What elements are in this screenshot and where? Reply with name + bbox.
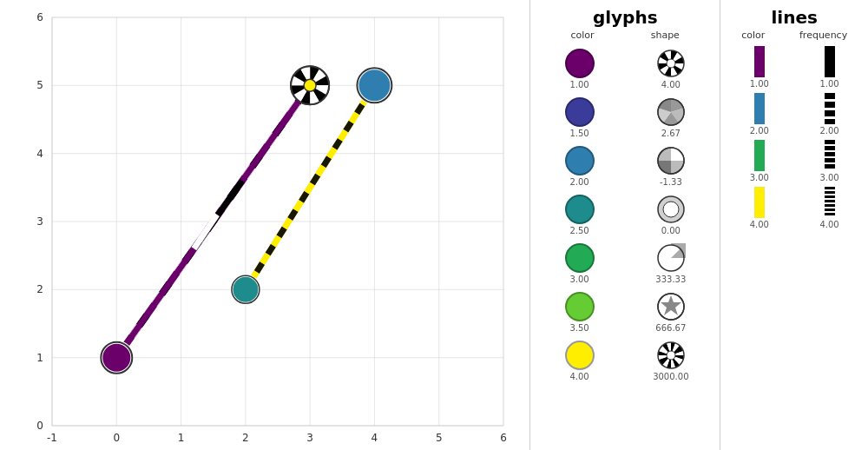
glyph-shape-6: 666.67 (636, 292, 706, 333)
glyph-shape-1: 4.00 (636, 49, 706, 89)
line-freq-val-3: 3.00 (819, 173, 838, 182)
line-freq-bar-2 (824, 93, 836, 124)
glyph-shape-7: 3000.00 (636, 341, 706, 381)
glyph-color-4: 2.50 (545, 195, 615, 235)
svg-point-66 (667, 351, 675, 360)
svg-rect-87 (825, 213, 835, 215)
shape-svg-2 (656, 97, 686, 127)
svg-text:0: 0 (113, 432, 120, 444)
svg-text:3: 3 (36, 215, 43, 228)
glyph-legend-subtitle: color shape (534, 30, 716, 41)
svg-rect-86 (825, 208, 835, 211)
shape-svg-4 (656, 195, 686, 224)
svg-text:0: 0 (36, 420, 43, 432)
line-freq-bar-1 (824, 46, 836, 77)
line-row-1: 1.00 1.00 (724, 44, 865, 89)
line-val-4: 4.00 (750, 220, 769, 229)
glyph-shape-3: -1.33 (636, 146, 706, 187)
shape-svg-7 (656, 341, 686, 370)
line-freq-val-4: 4.00 (819, 220, 838, 229)
glyph-color-val-3: 2.00 (569, 177, 589, 187)
line-color-4: 4.00 (729, 187, 790, 229)
svg-text:2: 2 (242, 432, 249, 444)
shape-svg-1 (656, 49, 686, 78)
svg-point-54 (667, 59, 675, 68)
line-color-header: color (741, 30, 765, 41)
svg-rect-68 (825, 46, 835, 77)
svg-text:1: 1 (36, 352, 43, 364)
line-freq-header: frequency (799, 30, 847, 41)
line-legend-subtitle: color frequency (724, 30, 865, 41)
svg-rect-70 (825, 93, 835, 99)
svg-text:6: 6 (36, 11, 43, 23)
color-swatch-3 (565, 146, 595, 175)
color-swatch-4 (565, 195, 595, 224)
svg-rect-82 (825, 191, 835, 194)
svg-rect-76 (825, 146, 835, 150)
line-freq-2: 2.00 (799, 93, 860, 136)
shape-svg-3 (656, 146, 686, 175)
svg-text:-1: -1 (47, 432, 57, 444)
svg-rect-74 (754, 140, 765, 171)
svg-rect-79 (825, 164, 835, 169)
glyph-row-1: 1.00 (534, 46, 716, 91)
svg-rect-77 (825, 152, 835, 156)
svg-text:5: 5 (436, 432, 443, 444)
line-color-2: 2.00 (729, 93, 790, 136)
color-swatch-7 (565, 341, 595, 370)
svg-rect-83 (825, 195, 835, 198)
glyph-row-3: 2.00 -1.33 (534, 143, 716, 189)
line-color-bar-3 (754, 140, 765, 171)
line-color-1: 1.00 (729, 46, 790, 89)
glyph-color-6: 3.50 (545, 292, 615, 333)
line-val-2: 2.00 (750, 126, 769, 136)
glyph-color-3: 2.00 (545, 146, 615, 187)
svg-text:3: 3 (306, 432, 313, 444)
svg-text:1: 1 (178, 432, 185, 444)
svg-text:4: 4 (36, 148, 43, 160)
svg-rect-81 (825, 187, 835, 189)
glyph-legend: glyphs color shape 1.00 (530, 0, 720, 450)
glyph-shape-val-7: 3000.00 (653, 372, 688, 381)
line-freq-3: 3.00 (799, 140, 860, 182)
glyph-color-2: 1.50 (545, 97, 615, 138)
glyph-shape-val-4: 0.00 (661, 226, 681, 235)
color-swatch-1 (565, 49, 595, 78)
glyph-color-val-4: 2.50 (569, 226, 589, 235)
line-row-3: 3.00 3.00 (724, 138, 865, 183)
glyph-shape-5: 333.33 (636, 243, 706, 284)
glyph-color-5: 3.00 (545, 243, 615, 284)
glyph-color-val-6: 3.50 (569, 323, 589, 333)
shape-svg-5 (656, 243, 686, 273)
line-row-4: 4.00 4.00 (724, 185, 865, 230)
svg-rect-78 (825, 158, 835, 162)
glyph-row-6: 3.50 666.67 (534, 289, 716, 334)
glyph-legend-title: glyphs (534, 7, 716, 28)
svg-text:2: 2 (36, 283, 43, 295)
glyph-shape-val-6: 666.67 (655, 323, 686, 333)
line-freq-4: 4.00 (799, 187, 860, 229)
glyph-color-7: 4.00 (545, 341, 615, 381)
line-legend: lines color frequency 1.00 1.00 (720, 0, 868, 450)
svg-rect-67 (754, 46, 765, 77)
svg-text:4: 4 (372, 432, 378, 444)
line-freq-1: 1.00 (799, 46, 860, 89)
glyph-color-1: 1.00 (545, 49, 615, 89)
glyph-shape-val-3: -1.33 (660, 177, 682, 187)
legends-panel: glyphs color shape 1.00 (529, 0, 868, 450)
glyph-row-5: 3.00 333.33 (534, 241, 716, 286)
svg-text:5: 5 (36, 79, 43, 91)
glyph-color-header: color (571, 30, 595, 41)
glyph-shape-4: 0.00 (636, 195, 706, 235)
line-row-2: 2.00 2.00 (724, 91, 865, 136)
glyph-color-val-5: 3.00 (569, 275, 589, 284)
glyph-color-val-2: 1.50 (569, 129, 589, 138)
svg-rect-73 (825, 119, 835, 124)
glyph-shape-2: 2.67 (636, 97, 706, 138)
svg-rect-84 (825, 200, 835, 202)
glyph-color-val-7: 4.00 (569, 372, 589, 381)
svg-rect-85 (825, 204, 835, 207)
glyph-shape-val-2: 2.67 (661, 129, 681, 138)
glyph-shape-val-5: 333.33 (655, 275, 686, 284)
svg-rect-72 (825, 110, 835, 116)
